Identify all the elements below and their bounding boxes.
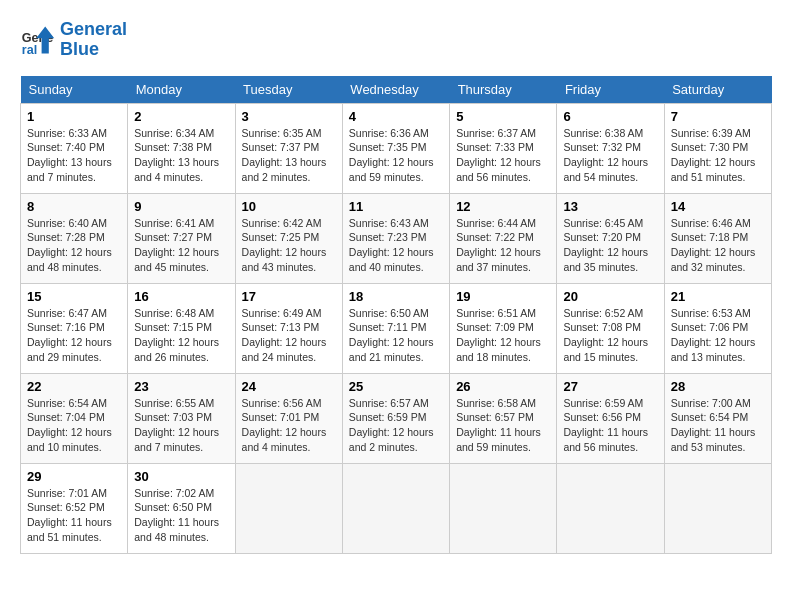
day-header-friday: Friday	[557, 76, 664, 104]
day-info: Sunrise: 6:57 AM Sunset: 6:59 PM Dayligh…	[349, 396, 443, 455]
calendar-cell: 9 Sunrise: 6:41 AM Sunset: 7:27 PM Dayli…	[128, 193, 235, 283]
day-header-tuesday: Tuesday	[235, 76, 342, 104]
day-info: Sunrise: 6:59 AM Sunset: 6:56 PM Dayligh…	[563, 396, 657, 455]
calendar-cell: 8 Sunrise: 6:40 AM Sunset: 7:28 PM Dayli…	[21, 193, 128, 283]
logo: Gene ral GeneralBlue	[20, 20, 127, 60]
day-number: 8	[27, 199, 121, 214]
calendar-cell	[235, 463, 342, 553]
calendar-cell: 20 Sunrise: 6:52 AM Sunset: 7:08 PM Dayl…	[557, 283, 664, 373]
day-info: Sunrise: 6:56 AM Sunset: 7:01 PM Dayligh…	[242, 396, 336, 455]
day-number: 22	[27, 379, 121, 394]
day-info: Sunrise: 6:41 AM Sunset: 7:27 PM Dayligh…	[134, 216, 228, 275]
calendar-cell: 18 Sunrise: 6:50 AM Sunset: 7:11 PM Dayl…	[342, 283, 449, 373]
calendar-cell: 15 Sunrise: 6:47 AM Sunset: 7:16 PM Dayl…	[21, 283, 128, 373]
calendar-cell	[450, 463, 557, 553]
day-info: Sunrise: 7:02 AM Sunset: 6:50 PM Dayligh…	[134, 486, 228, 545]
day-number: 20	[563, 289, 657, 304]
day-number: 14	[671, 199, 765, 214]
day-number: 18	[349, 289, 443, 304]
calendar-cell: 29 Sunrise: 7:01 AM Sunset: 6:52 PM Dayl…	[21, 463, 128, 553]
calendar-cell: 7 Sunrise: 6:39 AM Sunset: 7:30 PM Dayli…	[664, 103, 771, 193]
calendar-cell: 25 Sunrise: 6:57 AM Sunset: 6:59 PM Dayl…	[342, 373, 449, 463]
calendar-cell: 11 Sunrise: 6:43 AM Sunset: 7:23 PM Dayl…	[342, 193, 449, 283]
day-info: Sunrise: 6:43 AM Sunset: 7:23 PM Dayligh…	[349, 216, 443, 275]
day-info: Sunrise: 6:34 AM Sunset: 7:38 PM Dayligh…	[134, 126, 228, 185]
calendar-cell	[557, 463, 664, 553]
day-number: 25	[349, 379, 443, 394]
calendar-cell	[342, 463, 449, 553]
day-info: Sunrise: 6:53 AM Sunset: 7:06 PM Dayligh…	[671, 306, 765, 365]
day-number: 5	[456, 109, 550, 124]
day-info: Sunrise: 6:37 AM Sunset: 7:33 PM Dayligh…	[456, 126, 550, 185]
logo-text: GeneralBlue	[60, 20, 127, 60]
day-info: Sunrise: 6:33 AM Sunset: 7:40 PM Dayligh…	[27, 126, 121, 185]
calendar-cell: 6 Sunrise: 6:38 AM Sunset: 7:32 PM Dayli…	[557, 103, 664, 193]
calendar-cell: 19 Sunrise: 6:51 AM Sunset: 7:09 PM Dayl…	[450, 283, 557, 373]
day-info: Sunrise: 6:55 AM Sunset: 7:03 PM Dayligh…	[134, 396, 228, 455]
calendar-table: SundayMondayTuesdayWednesdayThursdayFrid…	[20, 76, 772, 554]
calendar-cell: 24 Sunrise: 6:56 AM Sunset: 7:01 PM Dayl…	[235, 373, 342, 463]
day-number: 29	[27, 469, 121, 484]
calendar-cell: 4 Sunrise: 6:36 AM Sunset: 7:35 PM Dayli…	[342, 103, 449, 193]
calendar-cell	[664, 463, 771, 553]
calendar-cell: 10 Sunrise: 6:42 AM Sunset: 7:25 PM Dayl…	[235, 193, 342, 283]
day-number: 30	[134, 469, 228, 484]
day-number: 15	[27, 289, 121, 304]
day-number: 6	[563, 109, 657, 124]
calendar-cell: 3 Sunrise: 6:35 AM Sunset: 7:37 PM Dayli…	[235, 103, 342, 193]
day-number: 2	[134, 109, 228, 124]
day-number: 11	[349, 199, 443, 214]
day-number: 21	[671, 289, 765, 304]
calendar-cell: 23 Sunrise: 6:55 AM Sunset: 7:03 PM Dayl…	[128, 373, 235, 463]
header: Gene ral GeneralBlue	[20, 20, 772, 60]
day-number: 27	[563, 379, 657, 394]
day-info: Sunrise: 6:47 AM Sunset: 7:16 PM Dayligh…	[27, 306, 121, 365]
day-info: Sunrise: 7:01 AM Sunset: 6:52 PM Dayligh…	[27, 486, 121, 545]
calendar-cell: 21 Sunrise: 6:53 AM Sunset: 7:06 PM Dayl…	[664, 283, 771, 373]
day-info: Sunrise: 6:45 AM Sunset: 7:20 PM Dayligh…	[563, 216, 657, 275]
day-header-sunday: Sunday	[21, 76, 128, 104]
calendar-cell: 26 Sunrise: 6:58 AM Sunset: 6:57 PM Dayl…	[450, 373, 557, 463]
day-number: 26	[456, 379, 550, 394]
day-info: Sunrise: 6:48 AM Sunset: 7:15 PM Dayligh…	[134, 306, 228, 365]
day-info: Sunrise: 6:46 AM Sunset: 7:18 PM Dayligh…	[671, 216, 765, 275]
calendar-cell: 28 Sunrise: 7:00 AM Sunset: 6:54 PM Dayl…	[664, 373, 771, 463]
day-info: Sunrise: 6:49 AM Sunset: 7:13 PM Dayligh…	[242, 306, 336, 365]
calendar-cell: 2 Sunrise: 6:34 AM Sunset: 7:38 PM Dayli…	[128, 103, 235, 193]
day-header-thursday: Thursday	[450, 76, 557, 104]
day-number: 7	[671, 109, 765, 124]
calendar-cell: 27 Sunrise: 6:59 AM Sunset: 6:56 PM Dayl…	[557, 373, 664, 463]
day-number: 1	[27, 109, 121, 124]
day-info: Sunrise: 6:38 AM Sunset: 7:32 PM Dayligh…	[563, 126, 657, 185]
day-info: Sunrise: 6:42 AM Sunset: 7:25 PM Dayligh…	[242, 216, 336, 275]
day-info: Sunrise: 6:51 AM Sunset: 7:09 PM Dayligh…	[456, 306, 550, 365]
calendar-cell: 12 Sunrise: 6:44 AM Sunset: 7:22 PM Dayl…	[450, 193, 557, 283]
calendar-cell: 13 Sunrise: 6:45 AM Sunset: 7:20 PM Dayl…	[557, 193, 664, 283]
day-info: Sunrise: 6:40 AM Sunset: 7:28 PM Dayligh…	[27, 216, 121, 275]
day-number: 4	[349, 109, 443, 124]
day-number: 16	[134, 289, 228, 304]
calendar-cell: 1 Sunrise: 6:33 AM Sunset: 7:40 PM Dayli…	[21, 103, 128, 193]
day-number: 9	[134, 199, 228, 214]
day-header-monday: Monday	[128, 76, 235, 104]
day-number: 12	[456, 199, 550, 214]
calendar-cell: 5 Sunrise: 6:37 AM Sunset: 7:33 PM Dayli…	[450, 103, 557, 193]
day-header-saturday: Saturday	[664, 76, 771, 104]
day-info: Sunrise: 6:58 AM Sunset: 6:57 PM Dayligh…	[456, 396, 550, 455]
day-number: 24	[242, 379, 336, 394]
day-info: Sunrise: 6:44 AM Sunset: 7:22 PM Dayligh…	[456, 216, 550, 275]
day-info: Sunrise: 6:39 AM Sunset: 7:30 PM Dayligh…	[671, 126, 765, 185]
day-number: 3	[242, 109, 336, 124]
day-number: 10	[242, 199, 336, 214]
calendar-cell: 17 Sunrise: 6:49 AM Sunset: 7:13 PM Dayl…	[235, 283, 342, 373]
day-info: Sunrise: 6:52 AM Sunset: 7:08 PM Dayligh…	[563, 306, 657, 365]
calendar-cell: 14 Sunrise: 6:46 AM Sunset: 7:18 PM Dayl…	[664, 193, 771, 283]
logo-icon: Gene ral	[20, 22, 56, 58]
day-info: Sunrise: 6:50 AM Sunset: 7:11 PM Dayligh…	[349, 306, 443, 365]
day-number: 28	[671, 379, 765, 394]
calendar-cell: 22 Sunrise: 6:54 AM Sunset: 7:04 PM Dayl…	[21, 373, 128, 463]
day-number: 17	[242, 289, 336, 304]
day-info: Sunrise: 6:54 AM Sunset: 7:04 PM Dayligh…	[27, 396, 121, 455]
day-number: 13	[563, 199, 657, 214]
day-info: Sunrise: 6:36 AM Sunset: 7:35 PM Dayligh…	[349, 126, 443, 185]
